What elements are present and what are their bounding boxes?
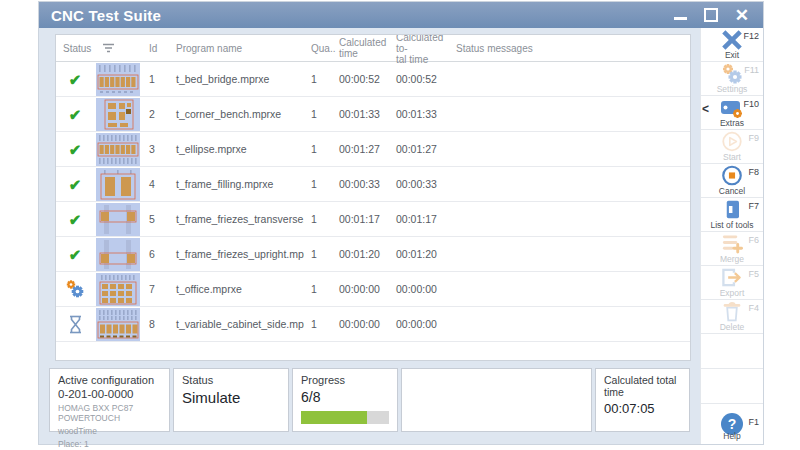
table-row[interactable]: ✔1t_bed_bridge.mprxe100:00:5200:00:52 xyxy=(56,62,690,97)
cell-program-name: t_frame_friezes_transverse.mprxe xyxy=(169,213,304,225)
sidebar-button-help[interactable]: ?F1Help xyxy=(701,404,763,444)
cell-quantity: 1 xyxy=(304,178,332,190)
cell-program-name: t_office.mprxe xyxy=(169,283,304,295)
cell-quantity: 1 xyxy=(304,108,332,120)
status-waiting-icon xyxy=(56,315,94,334)
cell-calculated-time: 00:00:00 xyxy=(332,318,389,330)
cell-calculated-total-time: 00:00:52 xyxy=(389,73,449,85)
cell-program-name: t_bed_bridge.mprxe xyxy=(169,73,304,85)
window-title: CNC Test Suite xyxy=(39,7,674,24)
progress-label: Progress xyxy=(301,374,389,386)
progress-fill xyxy=(301,411,367,424)
sidebar-button-label: Delete xyxy=(697,322,767,332)
sidebar-button-list-of-tools[interactable]: F7List of tools xyxy=(701,198,763,232)
sidebar-button-label: Exit xyxy=(697,50,767,60)
app-window: CNC Test Suite ✕ Status xyxy=(38,1,764,445)
calculated-total-time-panel: Calculated total time 00:07:05 xyxy=(595,368,690,432)
status-value: Simulate xyxy=(182,389,280,406)
program-table: Status Id Program name Qua.. Calculated … xyxy=(55,34,691,361)
column-header-id[interactable]: Id xyxy=(142,43,169,54)
status-panel: Status Simulate xyxy=(173,368,289,432)
sidebar-button-delete[interactable]: F4Delete xyxy=(701,300,763,334)
sidebar-button-cancel[interactable]: F8Cancel xyxy=(701,164,763,198)
cell-calculated-total-time: 00:00:00 xyxy=(389,318,449,330)
sidebar-button-export[interactable]: F5Export xyxy=(701,266,763,300)
sidebar-button-label: Export xyxy=(697,288,767,298)
table-body: ✔1t_bed_bridge.mprxe100:00:5200:00:52✔2t… xyxy=(56,62,690,342)
program-thumbnail xyxy=(94,98,142,131)
desktop: CNC Test Suite ✕ Status xyxy=(0,0,800,450)
filter-icon[interactable] xyxy=(102,43,115,53)
status-completed-icon: ✔ xyxy=(56,247,94,262)
empty-footer-panel xyxy=(401,368,592,432)
column-header-calculated-total-time[interactable]: Calculated to- tal time xyxy=(389,34,449,65)
status-completed-icon: ✔ xyxy=(56,72,94,87)
sidebar-button-label: Cancel xyxy=(697,186,767,196)
titlebar: CNC Test Suite ✕ xyxy=(39,2,763,28)
progress-panel: Progress 6/8 xyxy=(292,368,398,432)
sidebar-button-merge[interactable]: F6Merge xyxy=(701,232,763,266)
column-header-calculated-time[interactable]: Calculated time xyxy=(332,37,389,59)
sidebar-button-label: Start xyxy=(697,152,767,162)
sidebar-button-label: Settings xyxy=(697,84,767,94)
table-row[interactable]: ✔2t_corner_bench.mprxe100:01:3300:01:33 xyxy=(56,97,690,132)
cell-id: 7 xyxy=(142,283,169,295)
function-key-label: F12 xyxy=(743,31,759,41)
sidebar-empty-section xyxy=(701,334,763,369)
sidebar-button-settings[interactable]: F11Settings xyxy=(701,62,763,96)
maximize-icon[interactable] xyxy=(704,8,718,22)
cell-quantity: 1 xyxy=(304,283,332,295)
table-header: Status Id Program name Qua.. Calculated … xyxy=(56,35,690,62)
table-row[interactable]: 8t_variable_cabinet_side.mprxe100:00:000… xyxy=(56,307,690,342)
sidebar-button-exit[interactable]: F12Exit xyxy=(701,28,763,62)
cancel-stop-icon xyxy=(718,165,746,186)
column-header-program-name[interactable]: Program name xyxy=(169,43,304,54)
table-row[interactable]: ✔5t_frame_friezes_transverse.mprxe100:01… xyxy=(56,202,690,237)
progress-count: 6/8 xyxy=(301,389,389,405)
cell-program-name: t_ellipse.mprxe xyxy=(169,143,304,155)
function-key-label: F10 xyxy=(743,99,759,109)
function-key-label: F4 xyxy=(748,303,759,313)
sidebar-button-start[interactable]: F9Start xyxy=(701,130,763,164)
cell-program-name: t_corner_bench.mprxe xyxy=(169,108,304,120)
column-header-status[interactable]: Status xyxy=(56,43,142,54)
table-row[interactable]: ✔3t_ellipse.mprxe100:01:2700:01:27 xyxy=(56,132,690,167)
program-thumbnail xyxy=(94,133,142,166)
function-key-label: F6 xyxy=(748,235,759,245)
cell-id: 5 xyxy=(142,213,169,225)
table-row[interactable]: ✔4t_frame_filling.mprxe100:00:3300:00:33 xyxy=(56,167,690,202)
column-header-status-messages[interactable]: Status messages xyxy=(449,43,690,54)
sidebar-button-label: List of tools xyxy=(697,220,767,230)
status-processing-icon xyxy=(56,279,94,299)
cell-calculated-total-time: 00:01:27 xyxy=(389,143,449,155)
cell-quantity: 1 xyxy=(304,143,332,155)
collapse-panel-chevron-icon[interactable]: < xyxy=(702,103,709,115)
table-row[interactable]: 7t_office.mprxe100:00:0000:00:00 xyxy=(56,272,690,307)
sidebar-empty-section xyxy=(701,369,763,404)
minimize-icon[interactable] xyxy=(674,10,687,20)
software-name: woodTime xyxy=(58,426,161,436)
export-icon xyxy=(718,267,746,288)
column-header-quantity[interactable]: Qua.. xyxy=(304,43,332,54)
cell-calculated-total-time: 00:01:17 xyxy=(389,213,449,225)
cell-calculated-time: 00:01:17 xyxy=(332,213,389,225)
status-completed-icon: ✔ xyxy=(56,177,94,192)
function-key-label: F9 xyxy=(748,133,759,143)
exit-x-icon xyxy=(718,29,746,50)
table-row[interactable]: ✔6t_frame_friezes_upright.mprxe100:01:20… xyxy=(56,237,690,272)
start-play-icon xyxy=(718,131,746,152)
sidebar-button-extras[interactable]: F10Extras< xyxy=(701,96,763,130)
function-key-label: F8 xyxy=(748,167,759,177)
cell-calculated-time: 00:00:33 xyxy=(332,178,389,190)
program-thumbnail xyxy=(94,63,142,96)
cell-program-name: t_frame_friezes_upright.mprxe xyxy=(169,248,304,260)
program-thumbnail xyxy=(94,168,142,201)
cell-calculated-total-time: 00:01:20 xyxy=(389,248,449,260)
machine-name: HOMAG BXX PC87 POWERTOUCH xyxy=(58,403,161,423)
function-key-label: F1 xyxy=(748,417,759,427)
place-info: Place: 1 xyxy=(58,439,161,449)
close-icon[interactable]: ✕ xyxy=(735,7,749,24)
cell-calculated-total-time: 00:00:33 xyxy=(389,178,449,190)
status-completed-icon: ✔ xyxy=(56,107,94,122)
main-content: Status Id Program name Qua.. Calculated … xyxy=(39,28,700,444)
